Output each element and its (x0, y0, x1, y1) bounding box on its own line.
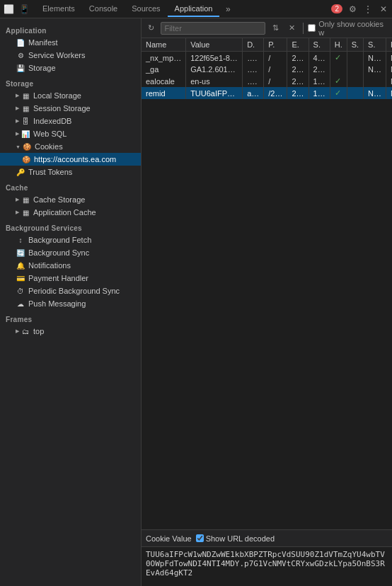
cell-8: N… (364, 87, 386, 99)
triangle-expanded-icon: ▼ (16, 144, 21, 149)
cell-8: N… (364, 64, 386, 75)
refresh-button[interactable]: ↻ (144, 21, 158, 35)
bg-fetch-icon: ↕ (16, 235, 25, 245)
app-cache-icon: ▦ (21, 207, 30, 217)
cell-8: N… (364, 52, 386, 64)
sidebar-section-storage: Storage (0, 74, 141, 89)
sidebar-item-web-sql[interactable]: ▶ 📊 Web SQL (0, 127, 141, 140)
cell-7 (347, 87, 363, 99)
web-sql-icon: 📊 (21, 129, 30, 139)
more-tabs-icon[interactable]: » (222, 4, 234, 15)
sidebar: Application 📄 Manifest ⚙ Service Workers… (0, 18, 142, 586)
cell-1: TUU6aIFPcW1… (186, 87, 243, 99)
cell-7 (347, 75, 363, 87)
cell-6: ✓ (330, 87, 347, 99)
cookies-table: Name Value D. P. E. S. H. S. S. P. _nx_m… (142, 38, 392, 99)
close-devtools-icon[interactable]: ✕ (378, 4, 389, 15)
sidebar-item-push-messaging[interactable]: ☁ Push Messaging (0, 297, 141, 310)
inspect-icon[interactable]: ⬜ (3, 4, 14, 15)
col-s3[interactable]: S. (364, 38, 386, 52)
sidebar-item-cookies[interactable]: ▼ 🍪 Cookies (0, 140, 141, 153)
cell-4: 2… (287, 75, 309, 87)
sidebar-item-notifications[interactable]: 🔔 Notifications (0, 259, 141, 272)
push-messaging-icon: ☁ (16, 299, 25, 309)
sidebar-item-bg-sync[interactable]: 🔄 Background Sync (0, 246, 141, 259)
cell-3: /2… (264, 87, 287, 99)
tab-sources[interactable]: Sources (125, 1, 167, 17)
table-row[interactable]: remidTUU6aIFPcW1…a…/2…2…1…✓N…M… (142, 87, 392, 99)
col-e[interactable]: E. (287, 38, 309, 52)
settings-icon[interactable]: ⚙ (347, 4, 358, 15)
cell-2: …. (243, 64, 264, 75)
cell-0: remid (142, 87, 186, 99)
session-storage-icon: ▦ (21, 103, 30, 113)
bottom-panel: Cookie Value Show URL decoded TUU6aIFPcW… (142, 529, 392, 586)
more-options-icon[interactable]: ⋮ (362, 4, 374, 15)
sidebar-item-session-storage[interactable]: ▶ ▦ Session Storage (0, 102, 141, 115)
cell-1: 122f65e1-860… (186, 52, 243, 64)
sidebar-section-application: Application (0, 21, 141, 36)
tab-elements[interactable]: Elements (35, 1, 82, 17)
notifications-icon: 🔔 (16, 260, 25, 270)
sidebar-item-periodic-bg-sync[interactable]: ⏱ Periodic Background Sync (0, 285, 141, 297)
show-url-checkbox[interactable] (196, 534, 204, 542)
col-p[interactable]: P. (264, 38, 287, 52)
table-row[interactable]: _gaGA1.2.601603……./2…2…N…M… (142, 64, 392, 75)
sidebar-item-frames-top[interactable]: ▶ 🗂 top (0, 325, 141, 338)
sidebar-item-app-cache[interactable]: ▶ ▦ Application Cache (0, 206, 141, 219)
col-value[interactable]: Value (186, 38, 243, 52)
cell-5: 1… (309, 87, 330, 99)
sidebar-item-cache-storage[interactable]: ▶ ▦ Cache Storage (0, 193, 141, 206)
sidebar-item-trust-tokens[interactable]: 🔑 Trust Tokens (0, 166, 141, 178)
col-p2[interactable]: P. (386, 38, 392, 52)
cell-6 (330, 64, 347, 75)
tab-bar-right: 2 ⚙ ⋮ ✕ (331, 4, 389, 15)
cell-9: M… (386, 75, 392, 87)
cell-9: M… (386, 64, 392, 75)
col-d[interactable]: D. (243, 38, 264, 52)
sidebar-item-service-workers[interactable]: ⚙ Service Workers (0, 49, 141, 62)
col-name[interactable]: Name (142, 38, 186, 52)
sidebar-item-payment-handler[interactable]: 💳 Payment Handler (0, 272, 141, 285)
cell-9: M… (386, 87, 392, 99)
tab-application[interactable]: Application (168, 1, 220, 17)
storage-icon: 💾 (16, 63, 25, 73)
sidebar-item-ea-cookies[interactable]: 🍪 https://accounts.ea.com (0, 153, 141, 166)
only-cookies-checkbox[interactable] (308, 24, 316, 32)
triangle-icon: ▶ (16, 93, 19, 98)
show-url-label[interactable]: Show URL decoded (196, 534, 275, 543)
sidebar-item-storage[interactable]: 💾 Storage (0, 62, 141, 74)
content-panel: ↻ ⇅ ✕ Only show cookies w Name Value D. … (142, 18, 392, 586)
cookies-icon: 🍪 (22, 142, 32, 151)
table-header-row: Name Value D. P. E. S. H. S. S. P. (142, 38, 392, 52)
frame-icon: 🗂 (21, 326, 30, 336)
cell-0: ealocale (142, 75, 186, 87)
device-icon[interactable]: 📱 (18, 4, 30, 15)
settings-button[interactable]: ⇅ (268, 21, 282, 35)
col-h[interactable]: H. (330, 38, 347, 52)
cell-0: _ga (142, 64, 186, 75)
col-s2[interactable]: S. (347, 38, 363, 52)
bg-sync-icon: 🔄 (16, 248, 25, 258)
sidebar-section-cache: Cache (0, 178, 141, 193)
col-s[interactable]: S. (309, 38, 330, 52)
tab-console[interactable]: Console (82, 1, 125, 17)
service-workers-icon: ⚙ (16, 50, 25, 60)
cell-4: 2… (287, 52, 309, 64)
cell-8 (364, 75, 386, 87)
sidebar-item-manifest[interactable]: 📄 Manifest (0, 36, 141, 49)
filter-input[interactable] (161, 22, 265, 35)
sidebar-item-indexeddb[interactable]: ▶ 🗄 IndexedDB (0, 115, 141, 127)
cell-0: _nx_mp… (142, 52, 186, 64)
sidebar-item-local-storage[interactable]: ▶ ▦ Local Storage (0, 89, 141, 102)
sidebar-item-bg-fetch[interactable]: ↕ Background Fetch (0, 234, 141, 246)
cookie-value-label: Cookie Value (146, 534, 192, 543)
triangle-icon: ▶ (16, 209, 19, 215)
main-layout: Application 📄 Manifest ⚙ Service Workers… (0, 18, 392, 586)
table-row[interactable]: ealocaleen-us…./2…1…✓M… (142, 75, 392, 87)
table-row[interactable]: _nx_mp…122f65e1-860……./2…4…✓N…M… (142, 52, 392, 64)
cell-1: en-us (186, 75, 243, 87)
trust-tokens-icon: 🔑 (16, 167, 25, 177)
clear-button[interactable]: ✕ (285, 21, 299, 35)
sidebar-section-bg-services: Background Services (0, 219, 141, 234)
